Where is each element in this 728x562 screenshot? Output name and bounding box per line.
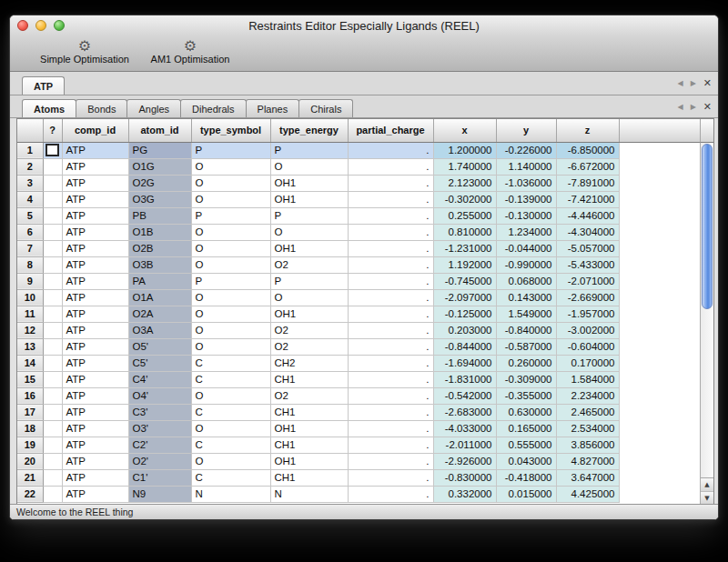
cell-type-symbol[interactable]: O — [191, 387, 270, 404]
cell-type-energy[interactable]: CH1 — [270, 437, 348, 453]
atom-row[interactable]: 13ATPO5'OO2.-0.844000-0.587000-0.604000 — [17, 338, 700, 355]
tab-atp[interactable]: ATP — [22, 76, 65, 95]
cell-partial-charge[interactable]: . — [348, 224, 433, 240]
cell-x[interactable]: -0.125000 — [433, 306, 496, 322]
cell-x[interactable]: -0.745000 — [433, 273, 496, 289]
cell-comp-id[interactable]: ATP — [62, 175, 128, 191]
cell-partial-charge[interactable]: . — [348, 437, 433, 453]
cell-type-symbol[interactable]: O — [191, 191, 270, 207]
cell-atom-id[interactable]: O3A — [128, 322, 191, 338]
cell-z[interactable]: 4.827000 — [556, 453, 619, 469]
cell-y[interactable]: 0.143000 — [496, 289, 556, 306]
cell-x[interactable]: 0.255000 — [433, 207, 496, 224]
row-flag-cell[interactable] — [43, 420, 62, 437]
cell-x[interactable]: -0.844000 — [433, 338, 496, 355]
cell-atom-id[interactable]: C3' — [128, 404, 191, 420]
cell-comp-id[interactable]: ATP — [62, 256, 128, 273]
cell-partial-charge[interactable]: . — [348, 273, 433, 289]
cell-x[interactable]: -2.097000 — [433, 289, 496, 306]
cell-partial-charge[interactable]: . — [348, 420, 433, 437]
cell-z[interactable]: -5.433000 — [556, 256, 619, 273]
cell-type-energy[interactable]: O2 — [270, 256, 348, 273]
cell-partial-charge[interactable]: . — [348, 191, 433, 207]
cell-type-symbol[interactable]: P — [191, 207, 270, 224]
cell-type-energy[interactable]: OH1 — [270, 306, 348, 322]
cell-type-energy[interactable]: O2 — [270, 338, 348, 355]
col-header-atom-id[interactable]: atom_id — [128, 119, 191, 142]
cell-atom-id[interactable]: O2' — [128, 453, 191, 469]
row-number[interactable]: 20 — [17, 453, 43, 469]
atom-row[interactable]: 1ATPPGPP.1.200000-0.226000-6.850000 — [17, 142, 700, 158]
cell-type-symbol[interactable]: P — [191, 142, 270, 158]
cell-partial-charge[interactable]: . — [348, 306, 433, 322]
cell-type-energy[interactable]: O — [270, 289, 348, 306]
row-flag-cell[interactable] — [43, 387, 62, 404]
cell-type-symbol[interactable]: C — [191, 355, 270, 371]
cell-partial-charge[interactable]: . — [348, 387, 433, 404]
cell-x[interactable]: -0.542000 — [433, 387, 496, 404]
row-number[interactable]: 3 — [17, 175, 43, 191]
cell-comp-id[interactable]: ATP — [62, 371, 128, 387]
cell-atom-id[interactable]: O2G — [128, 175, 191, 191]
cell-partial-charge[interactable]: . — [348, 371, 433, 387]
cell-atom-id[interactable]: O2A — [128, 306, 191, 322]
cell-x[interactable]: -1.231000 — [433, 240, 496, 256]
tab-scroll-left-icon[interactable]: ◀ — [677, 79, 682, 87]
col-header-type-symbol[interactable]: type_symbol — [191, 119, 270, 142]
cell-atom-id[interactable]: O1B — [128, 224, 191, 240]
row-flag-cell[interactable] — [43, 469, 62, 486]
zoom-window-button[interactable] — [54, 20, 65, 31]
row-number[interactable]: 1 — [17, 142, 43, 158]
cell-comp-id[interactable]: ATP — [62, 453, 128, 469]
tab-close-icon[interactable]: ✕ — [703, 77, 712, 89]
cell-x[interactable]: 1.192000 — [433, 256, 496, 273]
row-flag-cell[interactable] — [43, 289, 62, 306]
row-number[interactable]: 9 — [17, 273, 43, 289]
cell-comp-id[interactable]: ATP — [62, 469, 128, 486]
cell-type-energy[interactable]: N — [270, 486, 348, 502]
row-flag-cell[interactable] — [43, 371, 62, 387]
col-header-comp-id[interactable]: comp_id — [62, 119, 128, 142]
atom-row[interactable]: 11ATPO2AOOH1.-0.1250001.549000-1.957000 — [17, 306, 700, 322]
row-flag-cell[interactable] — [43, 240, 62, 256]
cell-partial-charge[interactable]: . — [348, 142, 433, 158]
cell-type-energy[interactable]: CH1 — [270, 404, 348, 420]
cell-x[interactable]: 2.123000 — [433, 175, 496, 191]
tab-chirals[interactable]: Chirals — [298, 99, 353, 117]
cell-y[interactable]: -0.355000 — [496, 387, 556, 404]
cell-atom-id[interactable]: PG — [128, 142, 191, 158]
cell-z[interactable]: -1.957000 — [556, 306, 619, 322]
cell-comp-id[interactable]: ATP — [62, 158, 128, 175]
row-number[interactable]: 4 — [17, 191, 43, 207]
cell-type-symbol[interactable]: C — [191, 404, 270, 420]
cell-type-symbol[interactable]: O — [191, 158, 270, 175]
cell-type-symbol[interactable]: O — [191, 256, 270, 273]
cell-comp-id[interactable]: ATP — [62, 273, 128, 289]
cell-atom-id[interactable]: C5' — [128, 355, 191, 371]
cell-partial-charge[interactable]: . — [348, 486, 433, 502]
tab-scroll-right-icon[interactable]: ▶ — [691, 103, 696, 111]
cell-partial-charge[interactable]: . — [348, 256, 433, 273]
scrollbar-thumb[interactable] — [702, 144, 713, 309]
cell-y[interactable]: 0.068000 — [496, 273, 556, 289]
atom-row[interactable]: 19ATPC2'CCH1.-2.0110000.5550003.856000 — [17, 437, 700, 453]
cell-z[interactable]: -2.669000 — [556, 289, 619, 306]
atom-row[interactable]: 8ATPO3BOO2.1.192000-0.990000-5.433000 — [17, 256, 700, 273]
cell-y[interactable]: -0.840000 — [496, 322, 556, 338]
row-number[interactable]: 22 — [17, 486, 43, 502]
row-flag-cell[interactable] — [43, 207, 62, 224]
cell-partial-charge[interactable]: . — [348, 175, 433, 191]
atom-row[interactable]: 17ATPC3'CCH1.-2.6830000.6300002.465000 — [17, 404, 700, 420]
cell-y[interactable]: -1.036000 — [496, 175, 556, 191]
cell-comp-id[interactable]: ATP — [62, 404, 128, 420]
col-header-partial-charge[interactable]: partial_charge — [348, 119, 433, 142]
row-number[interactable]: 16 — [17, 387, 43, 404]
cell-comp-id[interactable]: ATP — [62, 420, 128, 437]
cell-atom-id[interactable]: C2' — [128, 437, 191, 453]
atom-row[interactable]: 7ATPO2BOOH1.-1.231000-0.044000-5.057000 — [17, 240, 700, 256]
cell-type-symbol[interactable]: O — [191, 289, 270, 306]
cell-z[interactable]: -2.071000 — [556, 273, 619, 289]
col-header-y[interactable]: y — [496, 119, 556, 142]
cell-z[interactable]: -7.421000 — [556, 191, 619, 207]
row-flag-cell[interactable] — [43, 338, 62, 355]
